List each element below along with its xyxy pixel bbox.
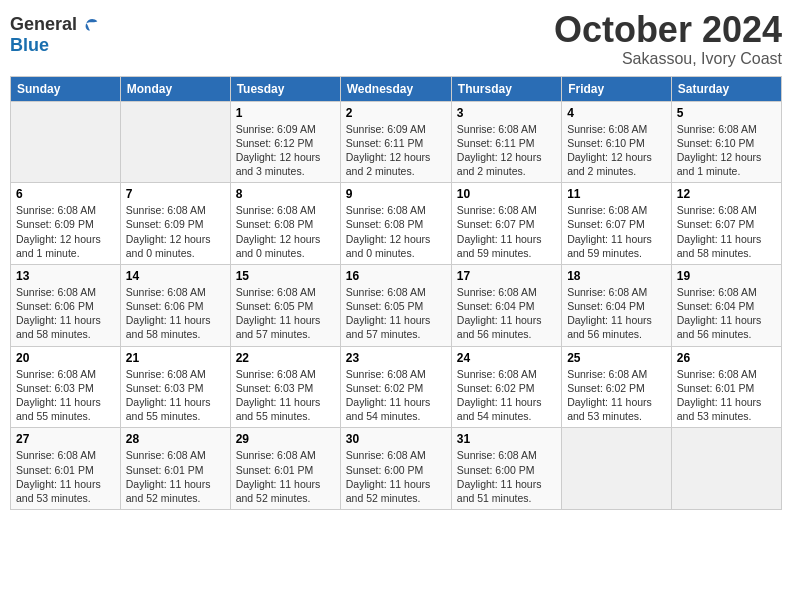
logo-bird-icon — [79, 14, 101, 36]
calendar-cell — [671, 428, 781, 510]
calendar-cell: 27Sunrise: 6:08 AM Sunset: 6:01 PM Dayli… — [11, 428, 121, 510]
day-info: Sunrise: 6:09 AM Sunset: 6:11 PM Dayligh… — [346, 122, 446, 179]
day-info: Sunrise: 6:08 AM Sunset: 6:07 PM Dayligh… — [457, 203, 556, 260]
calendar-week-row: 20Sunrise: 6:08 AM Sunset: 6:03 PM Dayli… — [11, 346, 782, 428]
day-number: 5 — [677, 106, 776, 120]
day-info: Sunrise: 6:09 AM Sunset: 6:12 PM Dayligh… — [236, 122, 335, 179]
day-info: Sunrise: 6:08 AM Sunset: 6:02 PM Dayligh… — [457, 367, 556, 424]
calendar-cell: 9Sunrise: 6:08 AM Sunset: 6:08 PM Daylig… — [340, 183, 451, 265]
day-number: 25 — [567, 351, 666, 365]
weekday-header-thursday: Thursday — [451, 76, 561, 101]
day-info: Sunrise: 6:08 AM Sunset: 6:01 PM Dayligh… — [16, 448, 115, 505]
calendar-cell: 23Sunrise: 6:08 AM Sunset: 6:02 PM Dayli… — [340, 346, 451, 428]
logo-blue: Blue — [10, 36, 101, 56]
day-info: Sunrise: 6:08 AM Sunset: 6:06 PM Dayligh… — [16, 285, 115, 342]
calendar-cell: 29Sunrise: 6:08 AM Sunset: 6:01 PM Dayli… — [230, 428, 340, 510]
day-info: Sunrise: 6:08 AM Sunset: 6:02 PM Dayligh… — [567, 367, 666, 424]
day-number: 10 — [457, 187, 556, 201]
day-info: Sunrise: 6:08 AM Sunset: 6:08 PM Dayligh… — [346, 203, 446, 260]
page-title: October 2024 — [554, 10, 782, 50]
day-info: Sunrise: 6:08 AM Sunset: 6:03 PM Dayligh… — [126, 367, 225, 424]
day-info: Sunrise: 6:08 AM Sunset: 6:06 PM Dayligh… — [126, 285, 225, 342]
day-number: 27 — [16, 432, 115, 446]
day-number: 9 — [346, 187, 446, 201]
day-number: 13 — [16, 269, 115, 283]
weekday-header-monday: Monday — [120, 76, 230, 101]
calendar-cell: 2Sunrise: 6:09 AM Sunset: 6:11 PM Daylig… — [340, 101, 451, 183]
day-info: Sunrise: 6:08 AM Sunset: 6:08 PM Dayligh… — [236, 203, 335, 260]
day-number: 16 — [346, 269, 446, 283]
day-number: 30 — [346, 432, 446, 446]
calendar-cell: 15Sunrise: 6:08 AM Sunset: 6:05 PM Dayli… — [230, 264, 340, 346]
weekday-header-saturday: Saturday — [671, 76, 781, 101]
day-number: 24 — [457, 351, 556, 365]
day-info: Sunrise: 6:08 AM Sunset: 6:02 PM Dayligh… — [346, 367, 446, 424]
day-number: 3 — [457, 106, 556, 120]
day-info: Sunrise: 6:08 AM Sunset: 6:05 PM Dayligh… — [346, 285, 446, 342]
day-info: Sunrise: 6:08 AM Sunset: 6:07 PM Dayligh… — [677, 203, 776, 260]
day-number: 1 — [236, 106, 335, 120]
calendar-week-row: 13Sunrise: 6:08 AM Sunset: 6:06 PM Dayli… — [11, 264, 782, 346]
weekday-header-tuesday: Tuesday — [230, 76, 340, 101]
calendar-cell: 13Sunrise: 6:08 AM Sunset: 6:06 PM Dayli… — [11, 264, 121, 346]
calendar-cell: 21Sunrise: 6:08 AM Sunset: 6:03 PM Dayli… — [120, 346, 230, 428]
day-number: 4 — [567, 106, 666, 120]
calendar-cell: 18Sunrise: 6:08 AM Sunset: 6:04 PM Dayli… — [562, 264, 672, 346]
calendar-cell: 17Sunrise: 6:08 AM Sunset: 6:04 PM Dayli… — [451, 264, 561, 346]
day-number: 31 — [457, 432, 556, 446]
day-number: 11 — [567, 187, 666, 201]
day-info: Sunrise: 6:08 AM Sunset: 6:10 PM Dayligh… — [677, 122, 776, 179]
day-number: 2 — [346, 106, 446, 120]
calendar-cell: 28Sunrise: 6:08 AM Sunset: 6:01 PM Dayli… — [120, 428, 230, 510]
calendar-cell: 10Sunrise: 6:08 AM Sunset: 6:07 PM Dayli… — [451, 183, 561, 265]
day-number: 7 — [126, 187, 225, 201]
day-number: 18 — [567, 269, 666, 283]
day-number: 14 — [126, 269, 225, 283]
day-info: Sunrise: 6:08 AM Sunset: 6:10 PM Dayligh… — [567, 122, 666, 179]
day-info: Sunrise: 6:08 AM Sunset: 6:04 PM Dayligh… — [677, 285, 776, 342]
calendar-cell: 5Sunrise: 6:08 AM Sunset: 6:10 PM Daylig… — [671, 101, 781, 183]
day-number: 12 — [677, 187, 776, 201]
calendar-cell: 30Sunrise: 6:08 AM Sunset: 6:00 PM Dayli… — [340, 428, 451, 510]
calendar-week-row: 27Sunrise: 6:08 AM Sunset: 6:01 PM Dayli… — [11, 428, 782, 510]
day-info: Sunrise: 6:08 AM Sunset: 6:00 PM Dayligh… — [346, 448, 446, 505]
calendar-cell: 26Sunrise: 6:08 AM Sunset: 6:01 PM Dayli… — [671, 346, 781, 428]
day-info: Sunrise: 6:08 AM Sunset: 6:01 PM Dayligh… — [126, 448, 225, 505]
day-info: Sunrise: 6:08 AM Sunset: 6:07 PM Dayligh… — [567, 203, 666, 260]
day-number: 15 — [236, 269, 335, 283]
calendar-cell: 7Sunrise: 6:08 AM Sunset: 6:09 PM Daylig… — [120, 183, 230, 265]
calendar-cell: 4Sunrise: 6:08 AM Sunset: 6:10 PM Daylig… — [562, 101, 672, 183]
calendar-cell: 1Sunrise: 6:09 AM Sunset: 6:12 PM Daylig… — [230, 101, 340, 183]
calendar-cell: 14Sunrise: 6:08 AM Sunset: 6:06 PM Dayli… — [120, 264, 230, 346]
calendar-table: SundayMondayTuesdayWednesdayThursdayFrid… — [10, 76, 782, 510]
day-info: Sunrise: 6:08 AM Sunset: 6:01 PM Dayligh… — [677, 367, 776, 424]
calendar-week-row: 6Sunrise: 6:08 AM Sunset: 6:09 PM Daylig… — [11, 183, 782, 265]
day-number: 23 — [346, 351, 446, 365]
day-number: 19 — [677, 269, 776, 283]
day-number: 22 — [236, 351, 335, 365]
day-number: 28 — [126, 432, 225, 446]
logo-general: General — [10, 15, 77, 35]
calendar-cell: 19Sunrise: 6:08 AM Sunset: 6:04 PM Dayli… — [671, 264, 781, 346]
day-info: Sunrise: 6:08 AM Sunset: 6:09 PM Dayligh… — [126, 203, 225, 260]
title-block: October 2024 Sakassou, Ivory Coast — [554, 10, 782, 68]
calendar-cell: 8Sunrise: 6:08 AM Sunset: 6:08 PM Daylig… — [230, 183, 340, 265]
calendar-cell: 20Sunrise: 6:08 AM Sunset: 6:03 PM Dayli… — [11, 346, 121, 428]
calendar-cell: 31Sunrise: 6:08 AM Sunset: 6:00 PM Dayli… — [451, 428, 561, 510]
day-info: Sunrise: 6:08 AM Sunset: 6:04 PM Dayligh… — [567, 285, 666, 342]
day-info: Sunrise: 6:08 AM Sunset: 6:03 PM Dayligh… — [236, 367, 335, 424]
day-info: Sunrise: 6:08 AM Sunset: 6:01 PM Dayligh… — [236, 448, 335, 505]
page-header: General Blue October 2024 Sakassou, Ivor… — [10, 10, 782, 68]
weekday-header-wednesday: Wednesday — [340, 76, 451, 101]
calendar-cell: 25Sunrise: 6:08 AM Sunset: 6:02 PM Dayli… — [562, 346, 672, 428]
day-info: Sunrise: 6:08 AM Sunset: 6:00 PM Dayligh… — [457, 448, 556, 505]
day-info: Sunrise: 6:08 AM Sunset: 6:04 PM Dayligh… — [457, 285, 556, 342]
day-number: 6 — [16, 187, 115, 201]
calendar-cell — [562, 428, 672, 510]
day-number: 8 — [236, 187, 335, 201]
calendar-cell — [11, 101, 121, 183]
day-number: 17 — [457, 269, 556, 283]
weekday-header-friday: Friday — [562, 76, 672, 101]
day-info: Sunrise: 6:08 AM Sunset: 6:05 PM Dayligh… — [236, 285, 335, 342]
day-number: 20 — [16, 351, 115, 365]
